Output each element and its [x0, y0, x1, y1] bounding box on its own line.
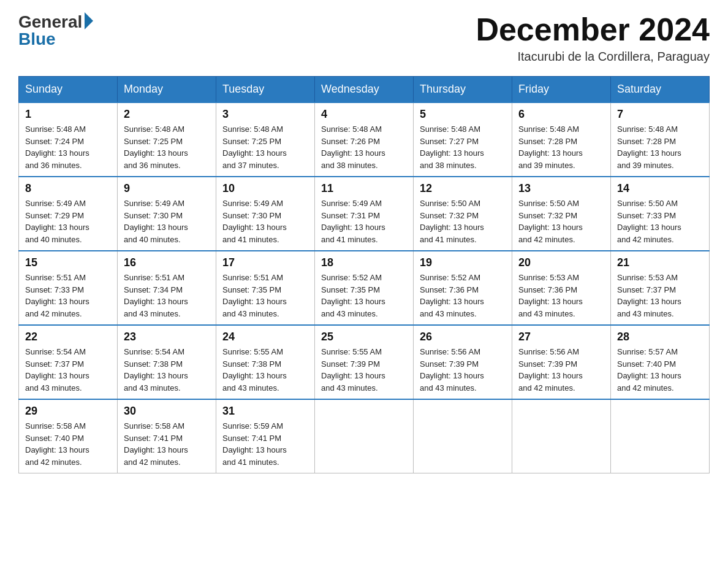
- day-number: 29: [25, 405, 111, 418]
- logo-arrow-icon: [85, 12, 93, 29]
- day-info: Sunrise: 5:48 AM Sunset: 7:28 PM Dayligh…: [518, 123, 604, 171]
- calendar-cell: 4 Sunrise: 5:48 AM Sunset: 7:26 PM Dayli…: [315, 102, 414, 177]
- day-number: 15: [25, 256, 111, 269]
- day-number: 31: [222, 405, 308, 418]
- day-info: Sunrise: 5:50 AM Sunset: 7:33 PM Dayligh…: [617, 197, 703, 245]
- day-number: 26: [420, 331, 506, 343]
- day-number: 24: [222, 331, 308, 343]
- day-info: Sunrise: 5:55 AM Sunset: 7:38 PM Dayligh…: [222, 346, 308, 394]
- day-number: 19: [420, 256, 506, 269]
- day-info: Sunrise: 5:48 AM Sunset: 7:24 PM Dayligh…: [25, 123, 111, 171]
- calendar-header-row: SundayMondayTuesdayWednesdayThursdayFrid…: [19, 77, 710, 103]
- day-number: 27: [518, 331, 604, 343]
- calendar-cell: 9 Sunrise: 5:49 AM Sunset: 7:30 PM Dayli…: [118, 177, 216, 251]
- calendar-cell: 3 Sunrise: 5:48 AM Sunset: 7:25 PM Dayli…: [216, 102, 315, 177]
- day-number: 25: [321, 331, 407, 343]
- day-info: Sunrise: 5:48 AM Sunset: 7:25 PM Dayligh…: [222, 123, 308, 171]
- calendar-cell: 2 Sunrise: 5:48 AM Sunset: 7:25 PM Dayli…: [118, 102, 216, 177]
- day-number: 9: [124, 182, 210, 195]
- calendar-cell: 28 Sunrise: 5:57 AM Sunset: 7:40 PM Dayl…: [611, 325, 710, 399]
- week-row-3: 15 Sunrise: 5:51 AM Sunset: 7:33 PM Dayl…: [19, 251, 710, 325]
- day-number: 6: [518, 108, 604, 121]
- day-info: Sunrise: 5:48 AM Sunset: 7:25 PM Dayligh…: [124, 123, 210, 171]
- day-number: 30: [124, 405, 210, 418]
- day-number: 5: [420, 108, 506, 121]
- day-info: Sunrise: 5:56 AM Sunset: 7:39 PM Dayligh…: [518, 346, 604, 394]
- day-info: Sunrise: 5:54 AM Sunset: 7:38 PM Dayligh…: [124, 346, 210, 394]
- month-title: December 2024: [476, 12, 710, 47]
- week-row-1: 1 Sunrise: 5:48 AM Sunset: 7:24 PM Dayli…: [19, 102, 710, 177]
- day-number: 8: [25, 182, 111, 195]
- calendar-cell: 6 Sunrise: 5:48 AM Sunset: 7:28 PM Dayli…: [512, 102, 611, 177]
- day-number: 18: [321, 256, 407, 269]
- day-number: 1: [25, 108, 111, 121]
- page-header: General Blue December 2024 Itacurubi de …: [18, 12, 710, 64]
- day-info: Sunrise: 5:51 AM Sunset: 7:34 PM Dayligh…: [124, 272, 210, 320]
- calendar-cell: 22 Sunrise: 5:54 AM Sunset: 7:37 PM Dayl…: [19, 325, 118, 399]
- calendar-cell: 5 Sunrise: 5:48 AM Sunset: 7:27 PM Dayli…: [414, 102, 512, 177]
- day-number: 22: [25, 331, 111, 343]
- day-number: 10: [222, 182, 308, 195]
- calendar-cell: 24 Sunrise: 5:55 AM Sunset: 7:38 PM Dayl…: [216, 325, 315, 399]
- day-info: Sunrise: 5:58 AM Sunset: 7:40 PM Dayligh…: [25, 420, 111, 468]
- calendar-cell: 31 Sunrise: 5:59 AM Sunset: 7:41 PM Dayl…: [216, 399, 315, 473]
- day-info: Sunrise: 5:52 AM Sunset: 7:36 PM Dayligh…: [420, 272, 506, 320]
- col-header-thursday: Thursday: [414, 77, 512, 103]
- calendar-cell: 19 Sunrise: 5:52 AM Sunset: 7:36 PM Dayl…: [414, 251, 512, 325]
- calendar-cell: 12 Sunrise: 5:50 AM Sunset: 7:32 PM Dayl…: [414, 177, 512, 251]
- day-number: 21: [617, 256, 703, 269]
- calendar-cell: 15 Sunrise: 5:51 AM Sunset: 7:33 PM Dayl…: [19, 251, 118, 325]
- day-info: Sunrise: 5:49 AM Sunset: 7:30 PM Dayligh…: [222, 197, 308, 245]
- day-info: Sunrise: 5:55 AM Sunset: 7:39 PM Dayligh…: [321, 346, 407, 394]
- col-header-friday: Friday: [512, 77, 611, 103]
- day-info: Sunrise: 5:50 AM Sunset: 7:32 PM Dayligh…: [420, 197, 506, 245]
- week-row-2: 8 Sunrise: 5:49 AM Sunset: 7:29 PM Dayli…: [19, 177, 710, 251]
- calendar-cell: 10 Sunrise: 5:49 AM Sunset: 7:30 PM Dayl…: [216, 177, 315, 251]
- week-row-5: 29 Sunrise: 5:58 AM Sunset: 7:40 PM Dayl…: [19, 399, 710, 473]
- calendar-cell: 11 Sunrise: 5:49 AM Sunset: 7:31 PM Dayl…: [315, 177, 414, 251]
- col-header-monday: Monday: [118, 77, 216, 103]
- day-info: Sunrise: 5:51 AM Sunset: 7:35 PM Dayligh…: [222, 272, 308, 320]
- day-info: Sunrise: 5:49 AM Sunset: 7:31 PM Dayligh…: [321, 197, 407, 245]
- calendar-cell: 21 Sunrise: 5:53 AM Sunset: 7:37 PM Dayl…: [611, 251, 710, 325]
- day-info: Sunrise: 5:52 AM Sunset: 7:35 PM Dayligh…: [321, 272, 407, 320]
- day-info: Sunrise: 5:48 AM Sunset: 7:28 PM Dayligh…: [617, 123, 703, 171]
- day-info: Sunrise: 5:50 AM Sunset: 7:32 PM Dayligh…: [518, 197, 604, 245]
- calendar-cell: [611, 399, 710, 473]
- day-number: 4: [321, 108, 407, 121]
- day-info: Sunrise: 5:57 AM Sunset: 7:40 PM Dayligh…: [617, 346, 703, 394]
- day-info: Sunrise: 5:48 AM Sunset: 7:27 PM Dayligh…: [420, 123, 506, 171]
- calendar-cell: 20 Sunrise: 5:53 AM Sunset: 7:36 PM Dayl…: [512, 251, 611, 325]
- logo: General Blue: [18, 12, 93, 49]
- day-number: 3: [222, 108, 308, 121]
- day-number: 2: [124, 108, 210, 121]
- day-info: Sunrise: 5:53 AM Sunset: 7:37 PM Dayligh…: [617, 272, 703, 320]
- day-info: Sunrise: 5:49 AM Sunset: 7:29 PM Dayligh…: [25, 197, 111, 245]
- calendar-cell: [512, 399, 611, 473]
- day-number: 16: [124, 256, 210, 269]
- calendar-cell: 30 Sunrise: 5:58 AM Sunset: 7:41 PM Dayl…: [118, 399, 216, 473]
- week-row-4: 22 Sunrise: 5:54 AM Sunset: 7:37 PM Dayl…: [19, 325, 710, 399]
- calendar-cell: 14 Sunrise: 5:50 AM Sunset: 7:33 PM Dayl…: [611, 177, 710, 251]
- calendar-cell: 13 Sunrise: 5:50 AM Sunset: 7:32 PM Dayl…: [512, 177, 611, 251]
- calendar-cell: 23 Sunrise: 5:54 AM Sunset: 7:38 PM Dayl…: [118, 325, 216, 399]
- day-number: 11: [321, 182, 407, 195]
- day-number: 17: [222, 256, 308, 269]
- logo-blue-text: Blue: [18, 29, 56, 49]
- day-info: Sunrise: 5:49 AM Sunset: 7:30 PM Dayligh…: [124, 197, 210, 245]
- calendar-cell: 27 Sunrise: 5:56 AM Sunset: 7:39 PM Dayl…: [512, 325, 611, 399]
- calendar-cell: 26 Sunrise: 5:56 AM Sunset: 7:39 PM Dayl…: [414, 325, 512, 399]
- day-number: 20: [518, 256, 604, 269]
- calendar-cell: [315, 399, 414, 473]
- calendar-cell: [414, 399, 512, 473]
- location-text: Itacurubi de la Cordillera, Paraguay: [476, 50, 710, 64]
- col-header-sunday: Sunday: [19, 77, 118, 103]
- day-info: Sunrise: 5:53 AM Sunset: 7:36 PM Dayligh…: [518, 272, 604, 320]
- calendar-cell: 1 Sunrise: 5:48 AM Sunset: 7:24 PM Dayli…: [19, 102, 118, 177]
- day-number: 14: [617, 182, 703, 195]
- calendar-cell: 18 Sunrise: 5:52 AM Sunset: 7:35 PM Dayl…: [315, 251, 414, 325]
- day-number: 7: [617, 108, 703, 121]
- col-header-saturday: Saturday: [611, 77, 710, 103]
- day-number: 12: [420, 182, 506, 195]
- day-info: Sunrise: 5:56 AM Sunset: 7:39 PM Dayligh…: [420, 346, 506, 394]
